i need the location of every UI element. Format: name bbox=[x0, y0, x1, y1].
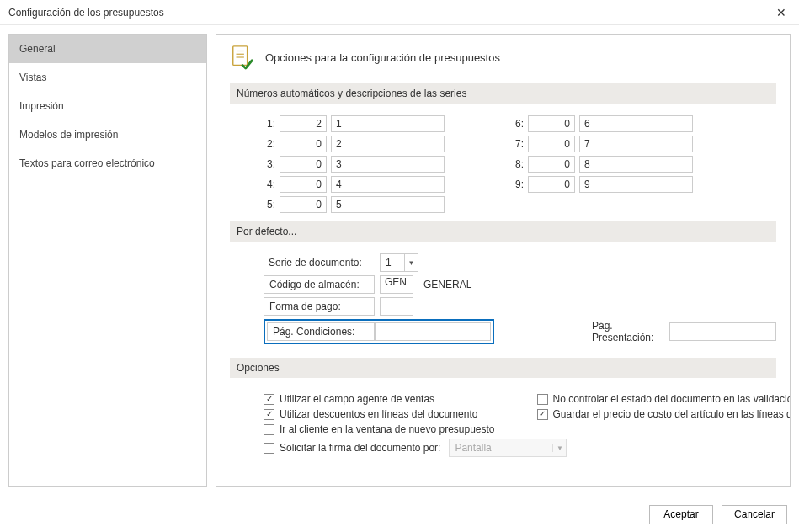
sidebar-item-label: Impresión bbox=[19, 100, 64, 112]
section-options-title: Opciones bbox=[230, 358, 776, 378]
series-num-input[interactable]: 0 bbox=[528, 136, 575, 152]
firma-value: Pantalla bbox=[450, 442, 552, 454]
opt-label: Utilizar el campo agente de ventas bbox=[280, 393, 434, 405]
pag-presentacion-input[interactable] bbox=[669, 322, 776, 341]
series-desc-input[interactable]: 7 bbox=[579, 136, 693, 152]
ok-button[interactable]: Aceptar bbox=[649, 505, 713, 524]
series-row: 7: 0 7 bbox=[512, 136, 693, 152]
sidebar-item-vistas[interactable]: Vistas bbox=[9, 63, 206, 92]
section-series-title: Números automáticos y descripciones de l… bbox=[230, 83, 776, 104]
opt-descuentos-lineas[interactable]: Utilizar descuentos en líneas del docume… bbox=[264, 408, 495, 420]
almacen-code-input[interactable]: GEN bbox=[380, 275, 413, 294]
series-label: 2: bbox=[264, 138, 275, 150]
series-row: 9: 0 9 bbox=[512, 176, 693, 193]
checkbox-icon bbox=[537, 409, 548, 420]
sidebar-item-label: Vistas bbox=[19, 72, 46, 83]
forma-pago-input[interactable] bbox=[380, 297, 413, 316]
forma-pago-label-button[interactable]: Forma de pago: bbox=[264, 297, 375, 316]
series-desc-input[interactable]: 5 bbox=[331, 196, 445, 213]
close-icon[interactable]: ✕ bbox=[764, 0, 799, 25]
series-desc-input[interactable]: 6 bbox=[579, 115, 693, 132]
series-row: 3: 0 3 bbox=[264, 156, 445, 173]
pag-condiciones-label-button[interactable]: Pág. Condiciones: bbox=[267, 322, 375, 341]
series-row: 1: 2 1 bbox=[264, 115, 445, 132]
titlebar: Configuración de los presupuestos ✕ bbox=[0, 0, 799, 25]
series-num-input[interactable]: 0 bbox=[528, 156, 575, 173]
window-title: Configuración de los presupuestos bbox=[8, 7, 164, 19]
sidebar-item-general[interactable]: General bbox=[9, 35, 206, 63]
serie-doc-label: Serie de documento: bbox=[264, 257, 375, 269]
series-desc-input[interactable]: 1 bbox=[331, 115, 445, 132]
opt-no-controlar-estado[interactable]: No controlar el estado del documento en … bbox=[537, 393, 791, 405]
opt-ir-cliente[interactable]: Ir al cliente en la ventana de nuevo pre… bbox=[264, 423, 495, 435]
almacen-name: GENERAL bbox=[423, 279, 471, 290]
series-row: 5: 0 5 bbox=[264, 196, 445, 213]
series-label: 3: bbox=[264, 158, 275, 170]
chevron-down-icon: ▼ bbox=[552, 444, 566, 452]
series-label: 1: bbox=[264, 118, 275, 130]
sidebar-item-label: General bbox=[19, 43, 56, 55]
series-label: 9: bbox=[512, 178, 524, 190]
pag-condiciones-group: Pág. Condiciones: bbox=[264, 319, 494, 344]
sidebar-item-modelos[interactable]: Modelos de impresión bbox=[9, 120, 206, 149]
series-desc-input[interactable]: 3 bbox=[331, 156, 445, 173]
series-num-input[interactable]: 0 bbox=[280, 176, 327, 193]
checkbox-icon bbox=[537, 394, 548, 405]
pag-presentacion-label: Pág. Presentación: bbox=[592, 320, 664, 343]
checkbox-icon bbox=[264, 409, 274, 420]
opt-guardar-precio-costo[interactable]: Guardar el precio de costo del artículo … bbox=[537, 408, 791, 420]
cancel-button[interactable]: Cancelar bbox=[722, 505, 787, 524]
series-num-input[interactable]: 0 bbox=[528, 176, 575, 193]
firma-dropdown: Pantalla ▼ bbox=[449, 439, 567, 457]
series-desc-input[interactable]: 9 bbox=[579, 176, 693, 193]
serie-doc-dropdown[interactable]: 1 ▼ bbox=[380, 253, 418, 272]
series-num-input[interactable]: 0 bbox=[280, 156, 327, 173]
serie-doc-value: 1 bbox=[381, 257, 404, 269]
series-num-input[interactable]: 2 bbox=[280, 115, 327, 132]
series-row: 4: 0 4 bbox=[264, 176, 445, 193]
series-label: 6: bbox=[512, 118, 524, 130]
opt-label: Utilizar descuentos en líneas del docume… bbox=[280, 408, 477, 420]
opt-solicitar-firma[interactable]: Solicitar la firma del documento por: bbox=[264, 442, 440, 454]
document-gear-icon bbox=[230, 45, 255, 70]
checkbox-icon bbox=[264, 394, 274, 405]
sidebar-item-label: Textos para correo electrónico bbox=[19, 157, 155, 169]
series-desc-input[interactable]: 2 bbox=[331, 136, 445, 152]
chevron-down-icon: ▼ bbox=[404, 254, 418, 271]
opt-label: Ir al cliente en la ventana de nuevo pre… bbox=[280, 423, 495, 435]
opt-label: No controlar el estado del documento en … bbox=[553, 393, 791, 405]
series-row: 6: 0 6 bbox=[512, 115, 693, 132]
pag-condiciones-input[interactable] bbox=[375, 322, 491, 341]
sidebar: General Vistas Impresión Modelos de impr… bbox=[8, 34, 207, 487]
sidebar-item-textos-correo[interactable]: Textos para correo electrónico bbox=[9, 149, 206, 178]
almacen-label-button[interactable]: Código de almacén: bbox=[264, 275, 375, 294]
series-num-input[interactable]: 0 bbox=[528, 115, 575, 132]
checkbox-icon bbox=[264, 424, 274, 435]
series-row: 8: 0 8 bbox=[512, 156, 693, 173]
series-label: 7: bbox=[512, 138, 524, 150]
section-defaults-title: Por defecto... bbox=[230, 221, 776, 242]
series-num-input[interactable]: 0 bbox=[280, 196, 327, 213]
svg-rect-0 bbox=[233, 46, 248, 66]
opt-agente-ventas[interactable]: Utilizar el campo agente de ventas bbox=[264, 393, 495, 405]
main-panel: Opciones para la configuración de presup… bbox=[216, 34, 791, 487]
main-title: Opciones para la configuración de presup… bbox=[265, 51, 500, 64]
opt-label: Solicitar la firma del documento por: bbox=[280, 442, 440, 454]
series-label: 8: bbox=[512, 158, 524, 170]
series-num-input[interactable]: 0 bbox=[280, 136, 327, 152]
series-label: 4: bbox=[264, 178, 275, 190]
sidebar-item-impresion[interactable]: Impresión bbox=[9, 92, 206, 120]
opt-label: Guardar el precio de costo del artículo … bbox=[553, 408, 791, 420]
footer: Aceptar Cancelar bbox=[0, 497, 799, 532]
series-desc-input[interactable]: 4 bbox=[331, 176, 445, 193]
series-desc-input[interactable]: 8 bbox=[579, 156, 693, 173]
checkbox-icon bbox=[264, 443, 274, 454]
sidebar-item-label: Modelos de impresión bbox=[19, 129, 118, 141]
series-label: 5: bbox=[264, 199, 275, 210]
series-row: 2: 0 2 bbox=[264, 136, 445, 152]
